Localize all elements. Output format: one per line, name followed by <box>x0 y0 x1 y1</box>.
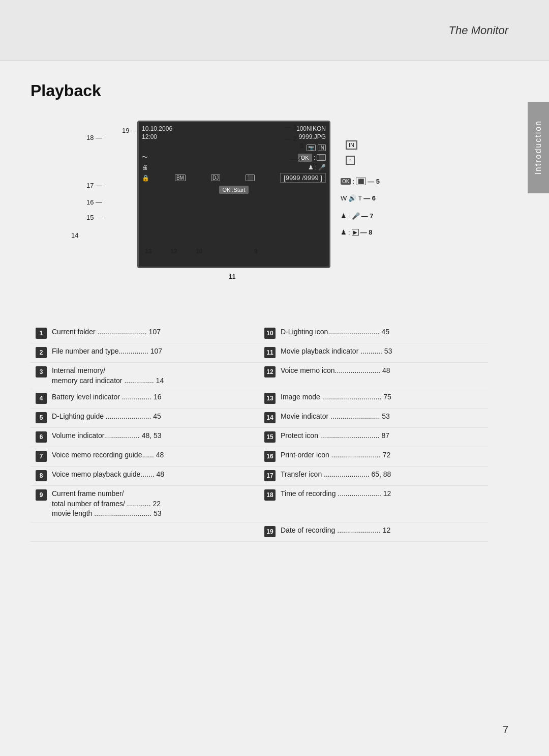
list-item-15: 15 Protect icon ........................… <box>259 428 488 447</box>
label-5-right: OK : ⬛ — 5 <box>341 178 380 185</box>
vol-w: W <box>341 194 347 202</box>
label-3: 3 <box>300 142 303 150</box>
label-15: 15 — <box>86 214 102 221</box>
item-text-6: Volume indicator.................. 48, 5… <box>52 431 162 441</box>
label-6-right: W 🔊 T — 6 <box>341 194 376 202</box>
item-num-13: 13 <box>264 393 276 404</box>
item-text-9: Current frame number/total number of fra… <box>52 489 162 519</box>
num-6: — 6 <box>363 194 376 202</box>
colon-7: : <box>348 212 350 220</box>
item-num-16: 16 <box>264 451 276 462</box>
vol-t: T <box>358 194 362 202</box>
label-12: 12 <box>170 248 177 255</box>
screen-mid2-row: 🖨 ♟ : 🎤 <box>142 164 326 171</box>
memory-icon: IN <box>318 144 326 151</box>
label-8-right: ♟ : ▶ — 8 <box>341 228 372 236</box>
item-text-15: Protect icon ...........................… <box>281 431 389 441</box>
list-item-2: 2 File number and type............... 10… <box>30 343 259 363</box>
item-num-2: 2 <box>36 347 47 358</box>
list-item-14: 14 Movie indicator .....................… <box>259 409 488 428</box>
list-item-9: 9 Current frame number/total number of f… <box>30 486 259 522</box>
screen-icon-row: 📷 IN <box>142 144 326 151</box>
list-item-6: 6 Volume indicator.................. 48,… <box>30 428 259 447</box>
mic-7: 🎤 <box>352 212 360 220</box>
voice-row: ♟ : 🎤 <box>308 164 326 171</box>
list-item-8: 8 Voice memo playback guide....... 48 <box>30 467 259 486</box>
label-16: 16 — <box>86 198 102 206</box>
item-num-19: 19 <box>264 526 276 537</box>
list-item-4: 4 Battery level indicator ..............… <box>30 389 259 409</box>
list-item-13: 13 Image mode ..........................… <box>259 389 488 409</box>
item-num-5: 5 <box>36 412 47 423</box>
label-10: 10 <box>196 248 202 255</box>
item-num-14: 14 <box>264 412 276 423</box>
item-text-14: Movie indicator ........................… <box>281 412 390 422</box>
page-number: 7 <box>503 724 508 736</box>
label-4-right: ↑ <box>346 156 355 164</box>
list-item-5: 5 D-Lighting guide .....................… <box>30 409 259 428</box>
sidebar-tab: Introduction <box>528 102 549 193</box>
screen-row-1: 10.10.2006 100NIKON <box>142 125 326 132</box>
list-item-19: 19 Date of recording ...................… <box>259 522 488 542</box>
main-content: Playback 10.10.2006 100NIKON 12:00 9999.… <box>30 61 518 542</box>
list-item-18: 18 Time of recording ...................… <box>259 486 488 522</box>
play-8: ▶ <box>352 229 359 236</box>
item-text-13: Image mode .............................… <box>281 392 391 402</box>
item-num-7: 7 <box>36 451 47 462</box>
frame-counter: [9999 /9999 ] <box>280 173 326 183</box>
num-7: — 7 <box>361 212 374 220</box>
sidebar-label: Introduction <box>534 120 543 175</box>
list-item-empty <box>30 522 259 542</box>
item-num-18: 18 <box>264 489 276 501</box>
label-9: 9 <box>254 248 258 255</box>
d-light-icon: ⬛ <box>317 154 326 161</box>
item-text-17: Transfer icon ....................... 65… <box>281 470 391 480</box>
screen-time: 12:00 <box>142 133 157 140</box>
ok-start-btn: OK :Start <box>219 186 248 194</box>
item-num-15: 15 <box>264 431 276 443</box>
colon-sep: : <box>314 154 315 161</box>
protect-icon: 🔒 <box>142 175 149 182</box>
ok-5: OK <box>341 178 351 185</box>
mode-icon1: BM <box>175 175 186 181</box>
item-list: 1 Current folder .......................… <box>30 324 488 542</box>
item-text-8: Voice memo playback guide....... 48 <box>52 470 164 480</box>
label-3-right: IN <box>346 141 357 149</box>
label-18: 18 — <box>86 134 102 141</box>
wave-icon: 〜 <box>142 153 148 162</box>
list-item-11: 11 Movie playback indicator ........... … <box>259 343 488 363</box>
item-text-11: Movie playback indicator ........... 53 <box>281 346 392 357</box>
label-1: — 1 <box>285 123 297 131</box>
card-icon: 📷 <box>307 144 316 151</box>
num-8: — 8 <box>360 228 373 236</box>
print-icon: 🖨 <box>142 164 148 171</box>
item-num-1: 1 <box>36 328 47 339</box>
item-num-12: 12 <box>264 366 276 377</box>
list-item-17: 17 Transfer icon .......................… <box>259 467 488 486</box>
colon-8: : <box>348 228 350 236</box>
item-text-4: Battery level indicator ............... … <box>52 392 162 402</box>
screen-row-2: 12:00 9999.JPG <box>142 133 326 140</box>
colon2: : <box>315 164 317 171</box>
person-icon: ♟ <box>308 164 314 171</box>
section-title: Playback <box>30 81 518 100</box>
item-num-3: 3 <box>36 366 47 377</box>
label-7-right: ♟ : 🎤 — 7 <box>341 212 373 220</box>
list-item-10: 10 D-Lighting icon......................… <box>259 324 488 343</box>
ok-d-lighting: OK : ⬛ <box>298 154 326 162</box>
label-13: 13 <box>145 248 151 255</box>
header-title: The Monitor <box>449 24 508 37</box>
screen-filename: 9999.JPG <box>299 133 326 140</box>
person-7: ♟ <box>341 212 347 220</box>
label-14: 14 <box>71 231 78 239</box>
mode-icon2: DJ <box>211 175 220 181</box>
item-text-1: Current folder .........................… <box>52 327 161 337</box>
battery-level-icon: ↑ <box>346 156 355 165</box>
item-num-8: 8 <box>36 470 47 481</box>
list-item-1: 1 Current folder .......................… <box>30 324 259 343</box>
item-num-4: 4 <box>36 393 47 404</box>
screen-date: 10.10.2006 <box>142 125 172 132</box>
in-icon: IN <box>346 140 357 150</box>
top-bar: The Monitor <box>0 0 549 61</box>
item-text-18: Time of recording ......................… <box>281 489 391 499</box>
